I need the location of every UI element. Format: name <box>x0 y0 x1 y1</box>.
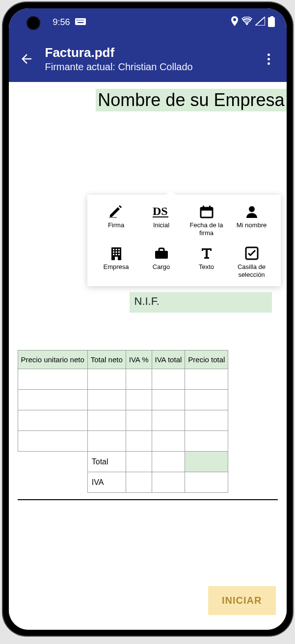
tool-signature[interactable]: Firma <box>95 204 137 237</box>
tool-label: Mi nombre <box>237 221 267 235</box>
svg-rect-16 <box>115 249 117 250</box>
svg-rect-4 <box>82 20 83 21</box>
nif-field[interactable]: N.I.F. <box>130 292 272 313</box>
text-icon <box>197 245 216 261</box>
company-name-field[interactable]: Nombre de su Empresa <box>96 89 286 111</box>
svg-point-13 <box>249 206 255 212</box>
field-toolbox-popover: Firma DS Inicial Fecha de la firma Mi no… <box>87 195 281 286</box>
tool-label: Fecha de la firma <box>186 221 228 237</box>
building-icon <box>107 245 126 261</box>
svg-rect-19 <box>115 251 117 253</box>
svg-rect-10 <box>201 208 213 211</box>
tool-checkbox[interactable]: Casilla de selección <box>231 245 273 278</box>
status-bar: 9:56 <box>9 8 287 36</box>
svg-point-6 <box>246 23 248 25</box>
svg-rect-15 <box>113 249 114 250</box>
table-total-row: Total <box>18 452 228 472</box>
briefcase-icon <box>152 245 171 261</box>
app-bar: Factura.pdf Firmante actual: Christian C… <box>9 36 287 82</box>
svg-rect-12 <box>209 206 211 209</box>
initial-icon: DS <box>152 204 171 219</box>
battery-icon <box>268 17 275 27</box>
table-row <box>18 390 228 410</box>
start-button[interactable]: INICIAR <box>208 586 275 615</box>
svg-rect-20 <box>118 251 120 253</box>
app-subtitle: Firmante actual: Christian Collado <box>45 61 260 73</box>
svg-rect-0 <box>75 18 86 25</box>
svg-rect-23 <box>118 254 120 255</box>
checkbox-icon <box>242 245 261 261</box>
calendar-icon <box>197 204 216 219</box>
status-time: 9:56 <box>53 17 70 27</box>
svg-rect-17 <box>118 249 120 250</box>
table-header: Precio total <box>185 350 228 369</box>
total-label: Total <box>87 452 126 472</box>
tool-company[interactable]: Empresa <box>95 245 137 278</box>
table-iva-row: IVA <box>18 472 228 493</box>
table-header-row: Precio unitario neto Total neto IVA % IV… <box>18 350 228 369</box>
tool-label: Texto <box>199 263 214 277</box>
tool-name[interactable]: Mi nombre <box>231 204 273 237</box>
table-header: IVA % <box>126 350 152 369</box>
svg-rect-3 <box>80 20 81 21</box>
svg-text:DS: DS <box>153 205 168 217</box>
iva-label: IVA <box>87 472 126 493</box>
location-icon <box>231 16 239 28</box>
tool-text[interactable]: Texto <box>186 245 228 278</box>
back-button[interactable] <box>18 50 35 68</box>
table-header: Total neto <box>87 350 126 369</box>
svg-rect-18 <box>113 251 114 253</box>
svg-rect-5 <box>78 22 83 23</box>
signature-icon <box>107 204 126 219</box>
table-header: Precio unitario neto <box>18 350 87 369</box>
signal-icon <box>255 17 265 28</box>
svg-rect-21 <box>113 254 114 255</box>
keyboard-icon <box>75 17 86 27</box>
svg-rect-25 <box>155 251 168 259</box>
app-title: Factura.pdf <box>45 45 260 60</box>
svg-rect-2 <box>79 20 80 21</box>
invoice-table: Precio unitario neto Total neto IVA % IV… <box>18 350 229 493</box>
total-value-cell[interactable] <box>185 452 228 472</box>
svg-rect-22 <box>115 254 117 255</box>
svg-rect-24 <box>115 257 118 260</box>
tool-label: Cargo <box>153 263 170 277</box>
person-icon <box>242 204 261 219</box>
tool-title[interactable]: Cargo <box>140 245 183 278</box>
tool-initial[interactable]: DS Inicial <box>140 204 183 237</box>
tool-label: Inicial <box>153 221 169 235</box>
overflow-menu-button[interactable] <box>260 50 278 68</box>
table-header: IVA total <box>152 350 185 369</box>
table-row <box>18 431 228 452</box>
tool-date-signed[interactable]: Fecha de la firma <box>186 204 228 237</box>
tool-label: Empresa <box>103 263 129 277</box>
wifi-icon <box>241 17 252 28</box>
divider-line <box>18 499 278 500</box>
svg-rect-11 <box>203 206 204 209</box>
svg-rect-1 <box>77 20 78 21</box>
table-row <box>18 410 228 431</box>
table-row <box>18 369 228 390</box>
tool-label: Casilla de selección <box>231 263 273 278</box>
document-canvas[interactable]: Nombre de su Empresa Firma DS Inicial Fe… <box>9 82 287 630</box>
tool-label: Firma <box>108 221 124 235</box>
